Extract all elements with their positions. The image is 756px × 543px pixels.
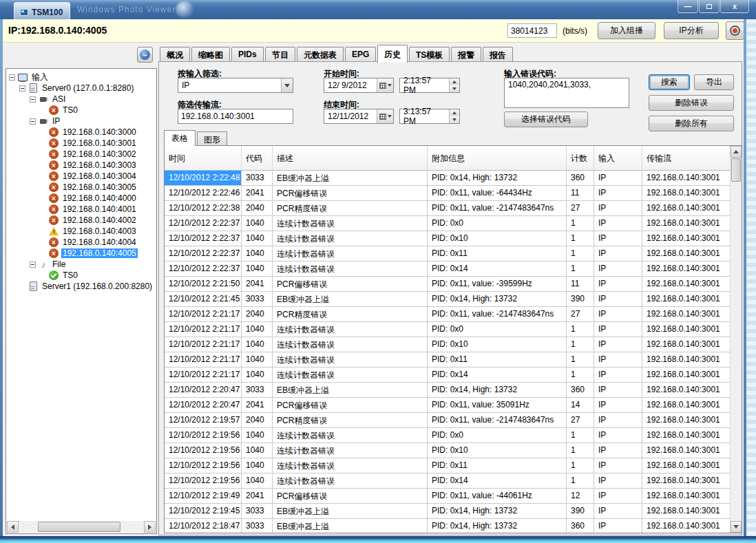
tab-节目[interactable]: 节目 — [265, 47, 295, 62]
input-filter-dropdown[interactable]: IP — [178, 78, 293, 93]
column-header-1[interactable]: 代码 — [242, 146, 273, 170]
tree-item[interactable]: 192.168.0.140:3005 — [9, 182, 156, 193]
table-row[interactable]: 12/10/2012 2:21:45 ...3033EB缓冲器上溢PID: 0x… — [165, 292, 730, 307]
stream-filter-input[interactable] — [178, 109, 293, 124]
tree-item-label[interactable]: ASI — [51, 94, 67, 104]
tree-item-label[interactable]: 192.168.0.140:3001 — [61, 138, 138, 148]
tree-item[interactable]: 192.168.0.140:4000 — [9, 193, 156, 204]
scroll-thumb[interactable] — [38, 522, 120, 532]
tree-item-label[interactable]: File — [51, 259, 67, 269]
tree-item[interactable]: 输入 — [9, 72, 156, 83]
error-codes-input[interactable]: 1040,2040,2041,3033, — [504, 78, 629, 108]
tab-缩略图[interactable]: 缩略图 — [191, 47, 230, 62]
collapse-tree-button[interactable]: − — [137, 47, 153, 63]
tree-item-label[interactable]: 192.168.0.140:3000 — [61, 127, 138, 137]
column-header-0[interactable]: 时间 — [165, 146, 242, 170]
tab-元数据表[interactable]: 元数据表 — [297, 47, 344, 62]
table-vertical-scrollbar[interactable] — [730, 146, 742, 533]
table-row[interactable]: 12/10/2012 2:22:37 ...1040连续计数器错误PID: 0x… — [165, 246, 730, 262]
end-date-picker[interactable]: 12/11/2012 — [324, 109, 394, 124]
spin-up-icon[interactable] — [450, 109, 459, 116]
tree-item[interactable]: 192.168.0.140:4004 — [9, 237, 156, 248]
tree-item-label[interactable]: 192.168.0.140:4005 — [61, 248, 138, 258]
tree-item[interactable]: 192.168.0.140:4001 — [9, 204, 156, 215]
minimize-button[interactable]: — — [678, 0, 698, 13]
scroll-left-button[interactable] — [7, 521, 19, 533]
table-row[interactable]: 12/10/2012 2:22:46 ...2041PCR偏移错误PID: 0x… — [165, 186, 730, 201]
table-row[interactable]: 12/10/2012 2:19:56 ...1040连续计数器错误PID: 0x… — [165, 428, 730, 443]
table-row[interactable]: 12/10/2012 2:22:37 ...1040连续计数器错误PID: 0x… — [165, 216, 730, 231]
table-row[interactable]: 12/10/2012 2:20:47 ...2041PCR偏移错误PID: 0x… — [165, 398, 730, 413]
tree-item-label[interactable]: 192.168.0.140:4003 — [61, 226, 138, 236]
tree-item-label[interactable]: TS0 — [61, 105, 79, 115]
search-button[interactable]: 搜索 — [649, 74, 690, 90]
dropdown-arrow-icon[interactable] — [281, 78, 293, 92]
tab-概况[interactable]: 概况 — [160, 47, 190, 62]
table-row[interactable]: 12/10/2012 2:22:38 ...2040PCR精度错误PID: 0x… — [165, 201, 730, 216]
maximize-button[interactable] — [699, 0, 720, 13]
column-header-6[interactable]: 传输流 — [642, 146, 730, 170]
expander-icon[interactable] — [30, 262, 36, 268]
tree-item[interactable]: 192.168.0.140:3003 — [9, 160, 156, 171]
table-row[interactable]: 12/10/2012 2:19:49 ...2041PCR偏移错误PID: 0x… — [165, 489, 730, 504]
subtab-graph[interactable]: 图形 — [197, 131, 227, 146]
tree-item[interactable]: 192.168.0.140:4005 — [9, 248, 156, 259]
column-header-5[interactable]: 输入 — [594, 146, 642, 170]
tab-EPG[interactable]: EPG — [345, 47, 376, 62]
tree-item[interactable]: 192.168.0.140:3002 — [9, 149, 156, 160]
spin-down-icon[interactable] — [450, 85, 459, 92]
tree-item[interactable]: TS0 — [9, 105, 156, 116]
ip-analysis-button[interactable]: IP分析 — [664, 22, 719, 39]
app-title-tab[interactable]: TSM100 — [14, 2, 70, 19]
table-row[interactable]: 12/10/2012 2:21:17 ...1040连续计数器错误PID: 0x… — [165, 368, 730, 383]
table-row[interactable]: 12/10/2012 2:21:17 ...1040连续计数器错误PID: 0x… — [165, 352, 730, 368]
tree-item-label[interactable]: 192.168.0.140:3003 — [61, 160, 138, 170]
scroll-track[interactable] — [731, 182, 742, 521]
table-row[interactable]: 12/10/2012 2:19:57 ...2040PCR精度错误PID: 0x… — [165, 413, 730, 428]
tree-item[interactable]: 192.168.0.140:3004 — [9, 171, 156, 182]
record-button[interactable] — [726, 21, 744, 40]
delete-all-button[interactable]: 删除所有 — [649, 116, 734, 131]
tree-item-label[interactable]: IP — [51, 116, 61, 126]
join-multicast-button[interactable]: 加入组播 — [598, 22, 655, 39]
tree-item[interactable]: ASI — [9, 94, 156, 105]
tree-item-label[interactable]: 192.168.0.140:4001 — [61, 204, 138, 214]
table-row[interactable]: 12/10/2012 2:18:47 ...3033EB缓冲器上溢PID: 0x… — [165, 519, 730, 533]
tree-item-label[interactable]: 192.168.0.140:3002 — [61, 149, 138, 159]
table-row[interactable]: 12/10/2012 2:19:56 ...1040连续计数器错误PID: 0x… — [165, 458, 730, 473]
bitrate-input[interactable] — [507, 23, 557, 38]
tab-报告[interactable]: 报告 — [483, 47, 513, 62]
table-row[interactable]: 12/10/2012 2:22:48 ...3033EB缓冲器上溢PID: 0x… — [165, 171, 730, 186]
table-row[interactable]: 12/10/2012 2:19:56 ...1040连续计数器错误PID: 0x… — [165, 443, 730, 458]
tree-item[interactable]: File — [9, 259, 156, 270]
scroll-right-button[interactable] — [144, 521, 156, 533]
expander-icon[interactable] — [30, 118, 36, 125]
column-header-2[interactable]: 描述 — [273, 146, 428, 170]
scroll-thumb[interactable] — [731, 158, 741, 182]
tree-item-label[interactable]: Server1 (192.168.0.200:8280) — [41, 281, 154, 291]
table-row[interactable]: 12/10/2012 2:19:45 ...3033EB缓冲器上溢PID: 0x… — [165, 504, 730, 519]
tab-TS模板[interactable]: TS模板 — [409, 47, 450, 62]
scroll-down-button[interactable] — [731, 521, 742, 533]
tree-item-label[interactable]: TS0 — [61, 270, 79, 280]
tree-item-label[interactable]: 192.168.0.140:4000 — [61, 193, 138, 203]
table-row[interactable]: 12/10/2012 2:22:37 ...1040连续计数器错误PID: 0x… — [165, 262, 730, 277]
table-row[interactable]: 12/10/2012 2:21:17 ...1040连续计数器错误PID: 0x… — [165, 337, 730, 352]
tree-horizontal-scrollbar[interactable] — [7, 521, 156, 533]
tab-历史[interactable]: 历史 — [377, 45, 408, 63]
delete-errors-button[interactable]: 删除错误 — [649, 95, 734, 111]
tab-PIDs[interactable]: PIDs — [231, 47, 264, 62]
tree-item[interactable]: 192.168.0.140:3001 — [9, 138, 156, 149]
end-time-spinner[interactable]: 3:13:57 PM — [399, 109, 460, 124]
tree-item[interactable]: Server0 (127.0.0.1:8280) — [9, 83, 156, 94]
tree-item[interactable]: 192.168.0.140:4003 — [9, 226, 156, 237]
select-error-codes-button[interactable]: 选择错误代码 — [504, 111, 588, 127]
table-row[interactable]: 12/10/2012 2:20:47 ...3033EB缓冲器上溢PID: 0x… — [165, 383, 730, 398]
table-row[interactable]: 12/10/2012 2:21:17 ...2040PCR精度错误PID: 0x… — [165, 307, 730, 322]
tree-item[interactable]: 192.168.0.140:3000 — [9, 127, 156, 138]
scroll-track[interactable] — [19, 521, 144, 533]
tab-报警[interactable]: 报警 — [451, 47, 481, 62]
tree-item[interactable]: TS0 — [9, 270, 156, 281]
tree-item-label[interactable]: 192.168.0.140:3005 — [61, 182, 138, 192]
tree-item-label[interactable]: Server0 (127.0.0.1:8280) — [41, 83, 135, 93]
